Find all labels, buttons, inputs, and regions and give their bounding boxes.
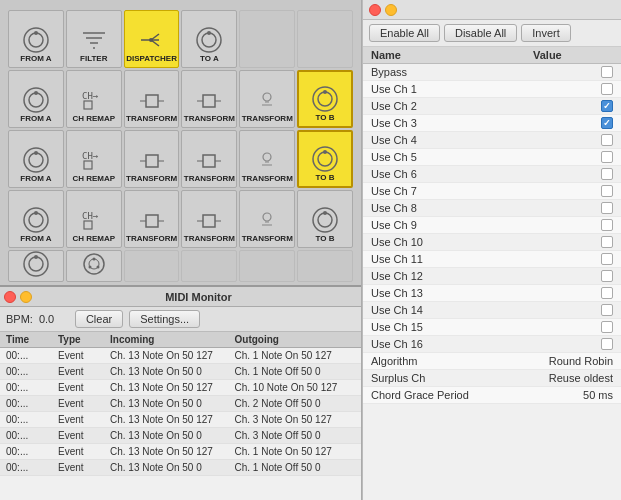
svg-point-47 bbox=[318, 152, 332, 166]
prop-value[interactable] bbox=[533, 304, 613, 316]
module-transform-7[interactable]: TRANSFORM bbox=[124, 190, 180, 248]
prop-name: Use Ch 16 bbox=[371, 338, 533, 350]
midi-cell-type: Event bbox=[56, 349, 108, 362]
midi-cell-type: Event bbox=[56, 461, 108, 474]
midi-cell-time: 00:... bbox=[4, 365, 56, 378]
module-to-b-3[interactable]: TO B bbox=[297, 190, 353, 248]
module-extra-2[interactable] bbox=[66, 250, 122, 282]
module-from-a-4[interactable]: FROM A bbox=[8, 190, 64, 248]
prop-value[interactable] bbox=[533, 100, 613, 112]
module-filter-1[interactable]: FILTER bbox=[66, 10, 122, 68]
prop-value[interactable] bbox=[533, 321, 613, 333]
prop-name: Use Ch 5 bbox=[371, 151, 533, 163]
prop-value[interactable] bbox=[533, 151, 613, 163]
module-transform-4[interactable]: TRANSFORM bbox=[124, 130, 180, 188]
prop-value: Round Robin bbox=[533, 355, 613, 367]
midi-cell-incoming: Ch. 13 Note On 50 127 bbox=[108, 413, 233, 426]
svg-rect-23 bbox=[203, 95, 215, 107]
midi-cell-incoming: Ch. 13 Note On 50 0 bbox=[108, 429, 233, 442]
checkbox[interactable] bbox=[601, 134, 613, 146]
module-transform-3[interactable]: TRANSFORM bbox=[239, 70, 295, 128]
checkbox[interactable] bbox=[601, 304, 613, 316]
checkbox[interactable] bbox=[601, 202, 613, 214]
settings-button[interactable]: Settings... bbox=[129, 310, 200, 328]
module-transform-5[interactable]: TRANSFORM bbox=[181, 130, 237, 188]
module-label: CH REMAP bbox=[72, 174, 115, 184]
prop-value[interactable] bbox=[533, 185, 613, 197]
module-transform-2[interactable]: TRANSFORM bbox=[181, 70, 237, 128]
checkbox[interactable] bbox=[601, 287, 613, 299]
prop-value[interactable] bbox=[533, 236, 613, 248]
checkbox[interactable] bbox=[601, 168, 613, 180]
checkbox[interactable] bbox=[601, 151, 613, 163]
prop-row: Use Ch 16 bbox=[363, 336, 621, 353]
module-transform-9[interactable]: TRANSFORM bbox=[239, 190, 295, 248]
checkbox[interactable] bbox=[601, 117, 613, 129]
prop-value[interactable] bbox=[533, 219, 613, 231]
module-ch-remap-3[interactable]: CH→ CH REMAP bbox=[66, 190, 122, 248]
prop-rows-container: BypassUse Ch 1Use Ch 2Use Ch 3Use Ch 4Us… bbox=[363, 64, 621, 404]
module-transform-8[interactable]: TRANSFORM bbox=[181, 190, 237, 248]
midi-monitor-title: MIDI Monitor bbox=[40, 291, 357, 303]
module-label: DISPATCHER bbox=[126, 54, 177, 64]
module-from-a-1[interactable]: FROM A bbox=[8, 10, 64, 68]
prop-name: Use Ch 2 bbox=[371, 100, 533, 112]
prop-name: Algorithm bbox=[371, 355, 533, 367]
module-extra-1[interactable] bbox=[8, 250, 64, 282]
prop-value[interactable] bbox=[533, 66, 613, 78]
checkbox[interactable] bbox=[601, 338, 613, 350]
module-transform-1[interactable]: TRANSFORM bbox=[124, 70, 180, 128]
disable-all-button[interactable]: Disable All bbox=[444, 24, 517, 42]
checkbox[interactable] bbox=[601, 236, 613, 248]
checkbox[interactable] bbox=[601, 253, 613, 265]
checkbox[interactable] bbox=[601, 270, 613, 282]
svg-point-14 bbox=[207, 31, 211, 35]
checkbox[interactable] bbox=[601, 100, 613, 112]
prop-row: Use Ch 10 bbox=[363, 234, 621, 251]
module-to-a-1[interactable]: TO A bbox=[181, 10, 237, 68]
module-ch-remap-2[interactable]: CH→ CH REMAP bbox=[66, 130, 122, 188]
prop-value[interactable] bbox=[533, 270, 613, 282]
midi-cell-incoming: Ch. 13 Note On 50 0 bbox=[108, 397, 233, 410]
prop-value[interactable] bbox=[533, 134, 613, 146]
checkbox[interactable] bbox=[601, 83, 613, 95]
prop-value[interactable] bbox=[533, 202, 613, 214]
checkbox[interactable] bbox=[601, 219, 613, 231]
svg-point-69 bbox=[84, 254, 104, 274]
module-transform-6[interactable]: TRANSFORM bbox=[239, 130, 295, 188]
prop-row: Use Ch 3 bbox=[363, 115, 621, 132]
module-from-a-3[interactable]: FROM A bbox=[8, 130, 64, 188]
prop-name: Use Ch 4 bbox=[371, 134, 533, 146]
module-to-b-2[interactable]: TO B bbox=[297, 130, 353, 188]
prop-value[interactable] bbox=[533, 253, 613, 265]
prop-value[interactable] bbox=[533, 338, 613, 350]
module-ch-remap-1[interactable]: CH→ CH REMAP bbox=[66, 70, 122, 128]
monitor-minimize-button[interactable] bbox=[20, 291, 32, 303]
midi-cell-type: Event bbox=[56, 445, 108, 458]
right-close-button[interactable] bbox=[369, 4, 381, 16]
checkbox[interactable] bbox=[601, 66, 613, 78]
midi-table-row: 00:...EventCh. 13 Note On 50 0Ch. 1 Note… bbox=[0, 460, 361, 476]
clear-button[interactable]: Clear bbox=[75, 310, 123, 328]
prop-value[interactable] bbox=[533, 168, 613, 180]
invert-button[interactable]: Invert bbox=[521, 24, 571, 42]
right-minimize-button[interactable] bbox=[385, 4, 397, 16]
prop-row: AlgorithmRound Robin bbox=[363, 353, 621, 370]
prop-value[interactable] bbox=[533, 287, 613, 299]
prop-row: Bypass bbox=[363, 64, 621, 81]
checkbox[interactable] bbox=[601, 321, 613, 333]
module-from-a-2[interactable]: FROM A bbox=[8, 70, 64, 128]
prop-row: Use Ch 1 bbox=[363, 81, 621, 98]
monitor-close-button[interactable] bbox=[4, 291, 16, 303]
svg-point-65 bbox=[323, 211, 327, 215]
prop-value[interactable] bbox=[533, 83, 613, 95]
svg-text:CH→: CH→ bbox=[82, 91, 99, 101]
enable-all-button[interactable]: Enable All bbox=[369, 24, 440, 42]
prop-value[interactable] bbox=[533, 117, 613, 129]
module-to-b-1[interactable]: TO B bbox=[297, 70, 353, 128]
module-label: TRANSFORM bbox=[242, 174, 293, 184]
module-dispatcher-1[interactable]: DISPATCHER bbox=[124, 10, 180, 68]
svg-point-64 bbox=[318, 213, 332, 227]
checkbox[interactable] bbox=[601, 185, 613, 197]
prop-name: Use Ch 9 bbox=[371, 219, 533, 231]
